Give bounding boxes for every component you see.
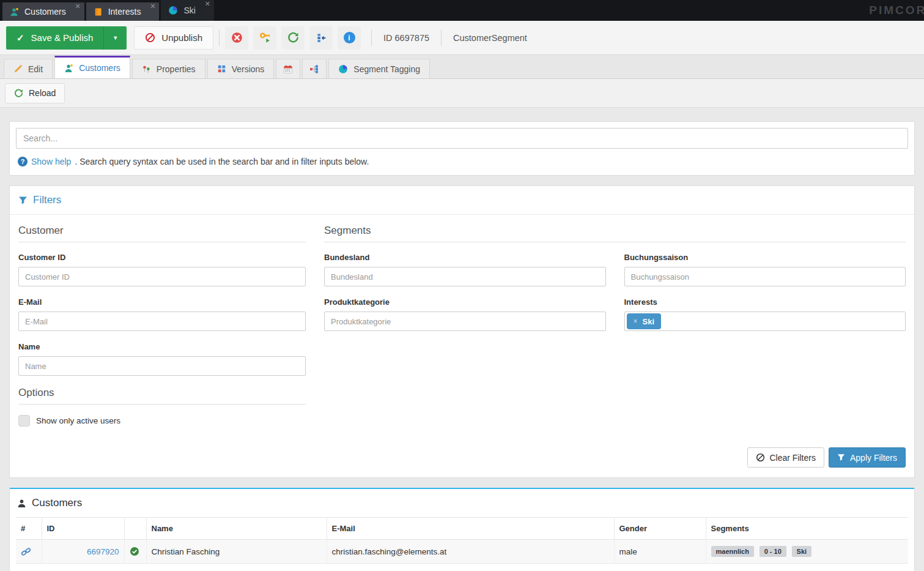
buchungssaison-input[interactable] xyxy=(624,267,906,286)
window-tab-customers[interactable]: Customers ✕ xyxy=(2,2,84,21)
tab-label: Properties xyxy=(157,64,196,74)
unpublish-button[interactable]: Unpublish xyxy=(134,26,213,50)
pimcore-app: Customers ✕ Interests ✕ Ski ✕ PIMCORE ✓ … xyxy=(0,0,924,571)
tab-label: Segment Tagging xyxy=(353,64,420,74)
column-header-gender: Gender xyxy=(614,518,706,540)
customers-panel: Customers # ID Name E-Mail Gender Segmen xyxy=(9,488,915,571)
close-icon[interactable]: ✕ xyxy=(150,3,155,10)
filters-customer-column: Customer Customer ID E-Mail Name O xyxy=(18,225,306,427)
object-id-text: ID 6697875 xyxy=(383,33,429,43)
email-label: E-Mail xyxy=(18,297,306,307)
apply-filters-label: Apply Filters xyxy=(850,453,897,463)
customer-segments-cell: maennlich 0 - 10 Ski xyxy=(706,540,908,564)
book-icon xyxy=(94,7,103,17)
segment-badge: 0 - 10 xyxy=(760,546,786,557)
tab-customers[interactable]: Customers xyxy=(54,56,130,78)
remove-tag-icon[interactable]: × xyxy=(634,317,638,326)
customer-email-cell: christian.fasching@elements.at xyxy=(327,540,614,564)
document-tab-strip: Edit Customers Properties Versions xyxy=(0,55,924,79)
reload-label: Reload xyxy=(29,88,56,98)
unpublish-label: Unpublish xyxy=(161,32,202,43)
customer-gender-cell: male xyxy=(614,540,706,564)
column-header-status xyxy=(124,518,146,540)
caret-down-icon: ▼ xyxy=(113,35,118,41)
tab-properties[interactable]: Properties xyxy=(132,59,205,78)
filters-segments-column: Segments Bundesland Buchungssaison Produ… xyxy=(324,225,906,427)
show-help-link[interactable]: Show help xyxy=(31,157,71,166)
interests-tagbox[interactable]: × Ski xyxy=(624,312,906,331)
buchungssaison-field-group: Buchungssaison xyxy=(624,253,906,286)
customer-id-label: Customer ID xyxy=(18,253,306,262)
options-section-title: Options xyxy=(18,387,306,405)
clear-filters-button[interactable]: Clear Filters xyxy=(747,447,824,468)
show-only-active-checkbox[interactable] xyxy=(18,415,30,427)
tab-segment-tagging[interactable]: Segment Tagging xyxy=(328,59,430,78)
produktkategorie-field-group: Produktkategorie xyxy=(324,297,606,331)
window-tab-ski[interactable]: Ski ✕ xyxy=(161,0,213,21)
toolbar-separator xyxy=(219,30,220,46)
customer-name-cell: Christian Fasching xyxy=(146,540,327,564)
customer-id-link[interactable]: 6697920 xyxy=(87,547,119,556)
refresh-icon xyxy=(287,32,299,43)
tab-versions[interactable]: Versions xyxy=(207,59,275,78)
rename-button[interactable] xyxy=(253,26,276,50)
customer-id-field-group: Customer ID xyxy=(18,253,306,286)
produktkategorie-input[interactable] xyxy=(324,312,606,331)
row-link-cell xyxy=(16,540,42,564)
options-block: Options Show only active users xyxy=(18,387,306,427)
filters-title: Filters xyxy=(33,194,61,206)
reload-button[interactable]: Reload xyxy=(5,83,65,103)
tab-dependencies[interactable] xyxy=(302,59,327,78)
filters-body: Customer Customer ID E-Mail Name O xyxy=(10,215,914,427)
question-icon: ? xyxy=(18,157,28,166)
delete-button[interactable] xyxy=(225,26,248,50)
pie-chart-icon xyxy=(168,6,178,15)
customers-panel-title: Customers xyxy=(10,497,914,517)
refresh-icon xyxy=(14,89,23,98)
customer-id-cell: 6697920 xyxy=(42,540,124,564)
interests-label: Interests xyxy=(624,297,906,307)
pie-chart-icon xyxy=(338,64,348,74)
close-icon[interactable]: ✕ xyxy=(205,1,210,7)
filters-header[interactable]: Filters xyxy=(10,186,914,215)
key-icon xyxy=(259,32,271,43)
info-button[interactable]: i xyxy=(338,26,361,50)
search-help-text: . Search query syntax can be used in the… xyxy=(75,157,369,166)
customer-section-title: Customer xyxy=(18,225,306,242)
window-tab-label: Customers xyxy=(24,7,66,17)
segment-badge: Ski xyxy=(792,546,812,557)
customer-id-input[interactable] xyxy=(18,267,306,286)
search-input[interactable] xyxy=(16,128,908,149)
tab-schedule[interactable] xyxy=(276,59,300,78)
tab-edit[interactable]: Edit xyxy=(4,59,53,78)
save-publish-button[interactable]: ✓ Save & Publish ▼ xyxy=(6,26,127,50)
name-input[interactable] xyxy=(18,356,306,376)
column-header-segments: Segments xyxy=(706,518,908,540)
bundesland-label: Bundesland xyxy=(324,253,606,262)
apply-filters-button[interactable]: Apply Filters xyxy=(829,447,906,468)
interest-tag-ski[interactable]: × Ski xyxy=(627,313,662,329)
column-header-num: # xyxy=(16,518,42,540)
save-dropdown-caret[interactable]: ▼ xyxy=(103,26,127,50)
segment-badge: maennlich xyxy=(711,546,754,557)
column-header-id: ID xyxy=(42,518,124,540)
clear-icon xyxy=(756,453,765,462)
search-help-row: ? Show help . Search query syntax can be… xyxy=(16,157,908,166)
person-icon xyxy=(64,64,73,73)
email-input[interactable] xyxy=(18,312,306,331)
column-header-name: Name xyxy=(146,518,327,540)
window-tab-interests[interactable]: Interests ✕ xyxy=(86,2,160,21)
name-field-group: Name xyxy=(18,342,306,376)
pimcore-logo: PIMCORE xyxy=(869,4,924,17)
tab-label: Customers xyxy=(79,63,120,73)
bundesland-input[interactable] xyxy=(324,267,606,286)
window-tab-label: Interests xyxy=(108,7,141,17)
pencil-icon xyxy=(13,64,23,73)
buchungssaison-label: Buchungssaison xyxy=(624,253,906,262)
refresh-button[interactable] xyxy=(281,26,305,50)
open-link-icon[interactable] xyxy=(21,547,37,556)
person-icon xyxy=(17,499,26,508)
versions-icon xyxy=(217,64,226,73)
close-icon[interactable]: ✕ xyxy=(75,3,80,10)
locate-in-tree-button[interactable] xyxy=(309,26,333,50)
